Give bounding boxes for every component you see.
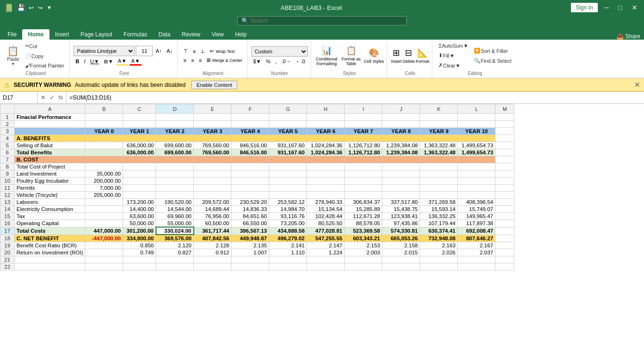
align-top-btn[interactable]: ⊤: [182, 47, 190, 55]
cell-m16[interactable]: [495, 220, 514, 228]
cell-m9[interactable]: [495, 170, 514, 177]
cell-j1[interactable]: [382, 114, 420, 121]
cell-e19[interactable]: 2.128: [194, 242, 231, 249]
sheet-area[interactable]: A B C D E F G H I J K L M 1: [0, 104, 644, 346]
cell-l3[interactable]: YEAR 10: [458, 128, 495, 135]
cell-c5[interactable]: 636,000.00: [123, 142, 156, 149]
cell-a11[interactable]: Permits: [15, 185, 85, 192]
cell-a7[interactable]: B. COST: [15, 156, 85, 163]
cell-c21[interactable]: [123, 256, 156, 263]
cell-b8[interactable]: [85, 163, 123, 170]
cell-d1[interactable]: [156, 114, 194, 121]
cell-d11[interactable]: [156, 185, 194, 192]
enable-content-button[interactable]: Enable Content: [191, 81, 238, 89]
cell-l11[interactable]: [458, 185, 495, 192]
cell-b14[interactable]: [85, 206, 123, 213]
tab-help[interactable]: Help: [230, 29, 253, 40]
cell-f8[interactable]: [231, 163, 269, 170]
borders-button[interactable]: ⊞▼: [102, 58, 115, 66]
cell-d4[interactable]: [156, 135, 194, 142]
cell-h15[interactable]: 102,428.44: [307, 213, 345, 220]
cell-g22[interactable]: [269, 263, 307, 270]
cell-i16[interactable]: 88,578.05: [345, 220, 382, 228]
cell-g15[interactable]: 93,116.76: [269, 213, 307, 220]
cell-k9[interactable]: [420, 170, 458, 177]
cell-a8[interactable]: Total Cost of Project: [15, 163, 85, 170]
tab-insert[interactable]: Insert: [50, 29, 75, 40]
cell-j21[interactable]: [382, 256, 420, 263]
cell-j19[interactable]: 2.158: [382, 242, 420, 249]
cell-m15[interactable]: [495, 213, 514, 220]
cell-d5[interactable]: 699,600.00: [156, 142, 194, 149]
cell-a6[interactable]: Total Benefits: [15, 149, 85, 156]
cell-i22[interactable]: [345, 263, 382, 270]
cell-h14[interactable]: 15,134.54: [307, 206, 345, 213]
cell-g13[interactable]: 253,582.12: [269, 199, 307, 206]
cell-g19[interactable]: 2.141: [269, 242, 307, 249]
cell-b22[interactable]: [85, 263, 123, 270]
cell-e14[interactable]: 14,689.44: [194, 206, 231, 213]
cell-b20[interactable]: [85, 249, 123, 256]
cell-e8[interactable]: [194, 163, 231, 170]
share-button[interactable]: 📤 Share: [617, 33, 640, 40]
cell-i6[interactable]: 1,126,712.80: [345, 149, 382, 156]
cell-b21[interactable]: [85, 256, 123, 263]
cell-k14[interactable]: 15,593.14: [420, 206, 458, 213]
cell-h9[interactable]: [307, 170, 345, 177]
paste-dropdown[interactable]: ▼: [11, 62, 15, 66]
cell-f7[interactable]: [231, 156, 269, 163]
cell-h6[interactable]: 1,024,284.36: [307, 149, 345, 156]
cell-e22[interactable]: [194, 263, 231, 270]
increase-decimal-btn[interactable]: .0→: [280, 58, 293, 65]
cell-h17[interactable]: 477,028.81: [307, 227, 345, 235]
cell-m13[interactable]: [495, 199, 514, 206]
col-header-h[interactable]: H: [307, 104, 345, 114]
cell-c7[interactable]: [123, 156, 156, 163]
cell-k5[interactable]: 1,363,322.48: [420, 142, 458, 149]
cell-f15[interactable]: 84,651.60: [231, 213, 269, 220]
cell-b15[interactable]: [85, 213, 123, 220]
cell-e12[interactable]: [194, 192, 231, 199]
cell-i14[interactable]: 15,285.89: [345, 206, 382, 213]
cell-e17[interactable]: 361,717.44: [194, 227, 231, 235]
cell-i8[interactable]: [345, 163, 382, 170]
tab-formulas[interactable]: Formulas: [118, 29, 153, 40]
cell-h10[interactable]: [307, 177, 345, 185]
cell-j12[interactable]: [382, 192, 420, 199]
cell-i18[interactable]: 603,343.21: [345, 235, 382, 242]
cell-l20[interactable]: 2.037: [458, 249, 495, 256]
cell-m5[interactable]: [495, 142, 514, 149]
align-center-btn[interactable]: ≡: [189, 57, 196, 64]
cell-a4[interactable]: A. BENEFITS: [15, 135, 85, 142]
cell-c20[interactable]: 0.749: [123, 249, 156, 256]
cell-k6[interactable]: 1,363,322.48: [420, 149, 458, 156]
cell-g17[interactable]: 434,888.58: [269, 227, 307, 235]
conditional-format-btn[interactable]: 📊 Conditional Formatting: [315, 45, 339, 66]
cell-c18[interactable]: 334,800.00: [123, 235, 156, 242]
cell-c1[interactable]: [123, 114, 156, 121]
cell-a14[interactable]: Electricity Consumption: [15, 206, 85, 213]
cell-g6[interactable]: 931,167.60: [269, 149, 307, 156]
col-header-e[interactable]: E: [194, 104, 231, 114]
cell-i17[interactable]: 523,369.58: [345, 227, 382, 235]
insert-btn[interactable]: ⊞ Insert: [391, 48, 402, 64]
close-button[interactable]: ✕: [629, 3, 640, 12]
cell-m18[interactable]: [495, 235, 514, 242]
col-header-k[interactable]: K: [420, 104, 458, 114]
cell-i3[interactable]: YEAR 7: [345, 128, 382, 135]
quick-access-save[interactable]: 💾: [17, 4, 25, 11]
cell-j7[interactable]: [382, 156, 420, 163]
cell-i10[interactable]: [345, 177, 382, 185]
formula-input[interactable]: [66, 94, 644, 101]
name-box[interactable]: D17: [0, 92, 38, 103]
cell-h18[interactable]: 547,255.55: [307, 235, 345, 242]
cell-l13[interactable]: 408,396.54: [458, 199, 495, 206]
percent-btn[interactable]: %: [264, 58, 272, 65]
cell-k12[interactable]: [420, 192, 458, 199]
col-header-d[interactable]: D: [156, 104, 194, 114]
quick-access-undo[interactable]: ↩: [29, 4, 34, 11]
cell-g14[interactable]: 14,984.70: [269, 206, 307, 213]
cell-g16[interactable]: 73,205.00: [269, 220, 307, 228]
col-header-g[interactable]: G: [269, 104, 307, 114]
cell-k18[interactable]: 732,948.08: [420, 235, 458, 242]
